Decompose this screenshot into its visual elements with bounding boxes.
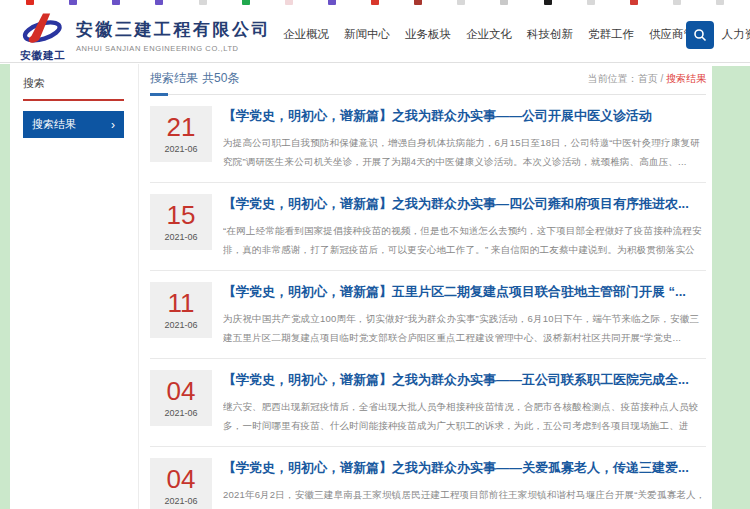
- breadcrumb-home-link[interactable]: 首页: [638, 73, 658, 84]
- news-list-item: 21 2021-06 【学党史，明初心，谱新篇】之我为群众办实事——公司开展中医…: [150, 95, 706, 183]
- date-day: 21: [167, 114, 196, 140]
- main-nav: 企业概况新闻中心业务板块企业文化科技创新党群工作供应商管理人力资源: [283, 6, 750, 63]
- nav-item[interactable]: 企业文化: [466, 27, 512, 42]
- date-badge: 15 2021-06: [150, 194, 212, 250]
- news-list-item: 15 2021-06 【学党史，明初心，谱新篇】之我为群众办实事—四公司雍和府项…: [150, 183, 706, 271]
- date-badge: 11 2021-06: [150, 282, 212, 338]
- logo-text: 安徽建工: [16, 49, 70, 63]
- news-list-item: 11 2021-06 【学党史，明初心，谱新篇】五里片区二期复建点项目联合驻地主…: [150, 271, 706, 359]
- date-day: 04: [167, 378, 196, 404]
- favicon-icon[interactable]: [26, 0, 34, 5]
- news-title-link[interactable]: 【学党史，明初心，谱新篇】之我为群众办实事——公司开展中医义诊活动: [223, 107, 706, 125]
- favicon-icon[interactable]: [285, 0, 293, 5]
- date-year-month: 2021-06: [164, 408, 197, 418]
- favicon-icon[interactable]: [199, 0, 207, 5]
- right-margin-strip: [712, 66, 750, 509]
- news-summary: 为提高公司职工自我预防和保健意识，增强自身机体抗病能力，6月15日至18日，公司…: [223, 133, 706, 171]
- divider-accent: [150, 93, 168, 96]
- sidebar-item-label: 搜索结果: [32, 117, 76, 132]
- news-text-column: 【学党史，明初心，谱新篇】之我为群众办实事—四公司雍和府项目有序推进农... “…: [223, 194, 706, 270]
- news-text-column: 【学党史，明初心，谱新篇】五里片区二期复建点项目联合驻地主管部门开展 “... …: [223, 282, 706, 358]
- news-text-column: 【学党史，明初心，谱新篇】之我为群众办实事——公司开展中医义诊活动 为提高公司职…: [223, 106, 706, 182]
- favicon-icon[interactable]: [716, 0, 724, 5]
- breadcrumb-current: 搜索结果: [666, 73, 706, 84]
- news-text-column: 【学党史，明初心，谱新篇】之我为群众办实事——五公司联系职工医院完成全... 继…: [223, 370, 706, 446]
- favicon-icon[interactable]: [414, 0, 422, 5]
- favicon-icon[interactable]: [328, 0, 336, 5]
- favicon-icon[interactable]: [587, 0, 595, 5]
- nav-item[interactable]: 党群工作: [588, 27, 634, 42]
- news-text-column: 【学党史，明初心，谱新篇】之我为群众办实事——关爱孤寡老人，传递三建爱... 2…: [223, 458, 706, 509]
- nav-item[interactable]: 业务板块: [405, 27, 451, 42]
- sidebar-title: 搜索: [23, 76, 138, 91]
- search-icon: [693, 28, 707, 42]
- date-day: 11: [168, 290, 195, 316]
- search-sidebar: 搜索 搜索结果 ›: [10, 64, 139, 509]
- favicon-icon[interactable]: [457, 0, 465, 5]
- date-day: 15: [167, 202, 196, 228]
- favicon-icon[interactable]: [69, 0, 77, 5]
- favicon-icon[interactable]: [630, 0, 638, 5]
- search-button[interactable]: [686, 21, 714, 49]
- sidebar-item-search-results[interactable]: 搜索结果 ›: [23, 111, 124, 138]
- breadcrumb-prefix: 当前位置：: [588, 73, 638, 84]
- date-badge: 04 2021-06: [150, 458, 212, 509]
- section-title: 搜索结果: [150, 71, 198, 85]
- date-year-month: 2021-06: [164, 144, 197, 154]
- search-results-panel: 搜索结果共50条 当前位置：首页 / 搜索结果 21 2021-06 【学党史，…: [150, 64, 706, 509]
- nav-item[interactable]: 企业概况: [283, 27, 329, 42]
- news-summary: 为庆祝中国共产党成立100周年，切实做好“我为群众办实事”实践活动，6月10日下…: [223, 309, 706, 347]
- favicon-icon[interactable]: [155, 0, 163, 5]
- company-title-block: 安徽三建工程有限公司 ANHUI SANJIAN ENGINEERING CO.…: [76, 18, 271, 53]
- breadcrumb: 当前位置：首页 / 搜索结果: [588, 70, 706, 86]
- date-year-month: 2021-06: [164, 320, 197, 330]
- date-year-month: 2021-06: [164, 496, 197, 506]
- news-list-item: 04 2021-06 【学党史，明初心，谱新篇】之我为群众办实事——关爱孤寡老人…: [150, 447, 706, 509]
- date-badge: 04 2021-06: [150, 370, 212, 426]
- date-badge: 21 2021-06: [150, 106, 212, 162]
- news-list: 21 2021-06 【学党史，明初心，谱新篇】之我为群众办实事——公司开展中医…: [150, 95, 706, 509]
- left-margin-strip: [0, 64, 10, 509]
- section-divider: [150, 94, 706, 95]
- favicon-icon[interactable]: [500, 0, 508, 5]
- section-header: 搜索结果共50条 当前位置：首页 / 搜索结果: [150, 64, 706, 87]
- news-list-item: 04 2021-06 【学党史，明初心，谱新篇】之我为群众办实事——五公司联系职…: [150, 359, 706, 447]
- nav-item[interactable]: 科技创新: [527, 27, 573, 42]
- sidebar-accent-line: [23, 99, 124, 101]
- logo-mark-icon: [20, 12, 66, 45]
- breadcrumb-separator: /: [658, 73, 666, 84]
- news-title-link[interactable]: 【学党史，明初心，谱新篇】之我为群众办实事——关爱孤寡老人，传递三建爱...: [223, 459, 706, 477]
- date-year-month: 2021-06: [164, 232, 197, 242]
- news-summary: 2021年6月2日，安徽三建阜南县王家坝镇居民迁建工程项目部前往王家坝镇和谐村马…: [223, 485, 706, 509]
- company-name-en: ANHUI SANJIAN ENGINEERING CO.,LTD: [76, 44, 271, 53]
- news-summary: “在网上经常能看到国家提倡接种疫苗的视频，但是也不知道怎么去预约，这下项目部全程…: [223, 221, 706, 259]
- company-name: 安徽三建工程有限公司: [76, 18, 271, 41]
- nav-item[interactable]: 新闻中心: [344, 27, 390, 42]
- favicon-icon[interactable]: [371, 0, 379, 5]
- news-title-link[interactable]: 【学党史，明初心，谱新篇】之我为群众办实事—四公司雍和府项目有序推进农...: [223, 195, 706, 213]
- chevron-right-icon: ›: [111, 119, 115, 131]
- nav-item[interactable]: 人力资源: [722, 27, 750, 42]
- section-title-wrap: 搜索结果共50条: [150, 70, 239, 87]
- site-header: 安徽建工 安徽三建工程有限公司 ANHUI SANJIAN ENGINEERIN…: [0, 6, 750, 63]
- news-summary: 继六安、肥西出现新冠疫情后，全省出现大批人员争相接种疫苗情况，合肥市各核酸检测点…: [223, 397, 706, 435]
- favicon-icon[interactable]: [544, 0, 552, 5]
- news-title-link[interactable]: 【学党史，明初心，谱新篇】五里片区二期复建点项目联合驻地主管部门开展 “...: [223, 283, 706, 301]
- result-count: 共50条: [202, 71, 239, 85]
- favicon-icon[interactable]: [242, 0, 250, 5]
- company-logo[interactable]: 安徽建工: [16, 12, 70, 63]
- favicon-icon[interactable]: [673, 0, 681, 5]
- date-day: 04: [167, 466, 196, 492]
- news-title-link[interactable]: 【学党史，明初心，谱新篇】之我为群众办实事——五公司联系职工医院完成全...: [223, 371, 706, 389]
- favicon-icon[interactable]: [112, 0, 120, 5]
